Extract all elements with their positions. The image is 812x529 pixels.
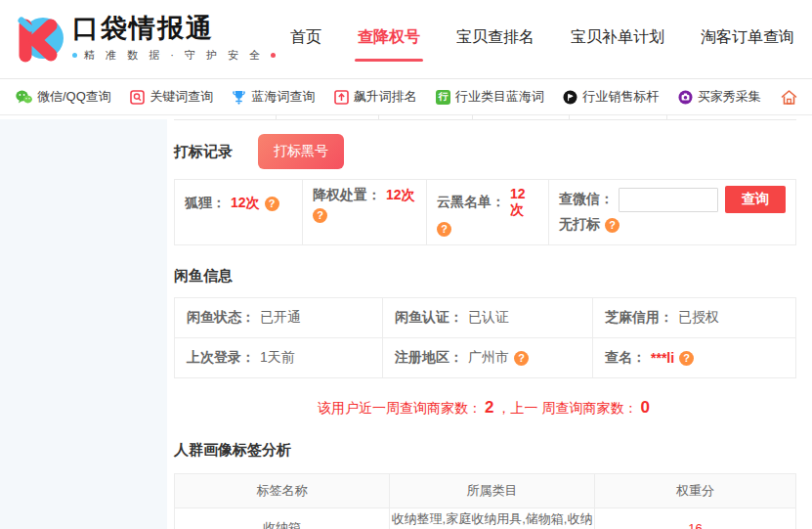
tags-table-header: 标签名称 所属类目 权重分 <box>175 474 795 507</box>
tab-supplement-plan[interactable]: 宝贝补单计划 <box>571 22 664 58</box>
xianyu-section-title: 闲鱼信息 <box>174 267 796 286</box>
this-week-count: 2 <box>482 398 496 417</box>
tab-item-rank[interactable]: 宝贝查排名 <box>456 22 534 58</box>
marking-section-title: 打标记录 <box>174 143 233 161</box>
tagline-dot-blue-icon <box>72 53 77 58</box>
last-week-count: 0 <box>637 398 652 417</box>
demote-count: 12次 <box>386 187 415 204</box>
help-icon[interactable]: ? <box>265 197 279 211</box>
xianyu-status-cell: 闲鱼状态： 已开通 <box>175 298 382 337</box>
brand-name: 口袋情报通 <box>72 16 276 42</box>
zhima-credit-label: 芝麻信用： <box>605 309 673 327</box>
brand-tagline: 精 准 数 据 · 守 护 安 全 <box>72 48 276 63</box>
xianyu-status-label: 闲鱼状态： <box>187 309 255 327</box>
home-icon[interactable] <box>780 88 798 106</box>
col-header-tag-name: 标签名称 <box>175 474 389 507</box>
tagline-dot-red-icon <box>271 53 276 58</box>
help-icon[interactable]: ? <box>514 351 529 366</box>
register-region-label: 注册地区： <box>395 349 463 367</box>
fox-count: 12次 <box>231 195 260 212</box>
last-login-value: 1天前 <box>260 349 295 367</box>
wechat-check-input[interactable] <box>619 188 718 212</box>
check-name-label: 查名： <box>605 349 646 367</box>
register-region-value: 广州市 <box>468 349 509 367</box>
xianyu-auth-cell: 闲鱼认证： 已认证 <box>382 298 592 337</box>
check-name-cell: 查名： ***li ? <box>592 338 795 377</box>
demote-cell: 降权处置： 12次 ? <box>302 180 426 244</box>
brand-logo-icon <box>10 12 64 66</box>
fox-cell: 狐狸： 12次 ? <box>175 180 302 244</box>
tag-name-cell: 收纳箱 <box>175 508 389 529</box>
main-content: 打标记录 打标黑号 狐狸： 12次 ? 降权处置： 12次 ? 云黑名 <box>167 115 812 529</box>
help-icon[interactable]: ? <box>437 222 451 237</box>
brand-logo[interactable]: 口袋情报通 精 准 数 据 · 守 护 安 全 <box>10 12 276 66</box>
marking-table: 狐狸： 12次 ? 降权处置： 12次 ? 云黑名单： 12次 ? <box>174 179 796 245</box>
tool-label: 飙升词排名 <box>354 88 417 106</box>
query-button[interactable]: 查询 <box>725 186 786 213</box>
arrow-up-box-icon <box>334 90 349 105</box>
tool-industry-benchmark[interactable]: 行业销售标杆 <box>563 88 659 106</box>
industry-badge-icon: 行 <box>436 90 450 105</box>
cutoff-table-edge <box>174 115 796 120</box>
col-header-category: 所属类目 <box>389 474 594 507</box>
xianyu-info-table: 闲鱼状态： 已开通 闲鱼认证： 已认证 芝麻信用： 已授权 上次登录： 1天前 <box>174 297 796 378</box>
help-icon[interactable]: ? <box>605 218 620 233</box>
wechat-check-label: 查微信： <box>559 191 614 208</box>
mark-black-account-button[interactable]: 打标黑号 <box>258 134 344 169</box>
tags-section-title: 人群画像标签分析 <box>174 441 796 460</box>
tab-check-demoted[interactable]: 查降权号 <box>358 22 420 58</box>
zhima-credit-cell: 芝麻信用： 已授权 <box>592 298 795 337</box>
xianyu-auth-label: 闲鱼认证： <box>395 309 463 327</box>
tool-wechat-qq-query[interactable]: 微信/QQ查询 <box>16 88 111 106</box>
tool-rising-words-rank[interactable]: 飙升词排名 <box>334 88 417 106</box>
last-login-label: 上次登录： <box>187 349 255 367</box>
last-week-label: 上一 周查询商家数： <box>511 400 638 416</box>
demote-label: 降权处置： <box>313 187 381 204</box>
wechat-icon <box>16 90 32 105</box>
tool-keyword-query[interactable]: 关键词查询 <box>130 88 213 106</box>
tool-label: 关键词查询 <box>150 88 213 106</box>
stats-separator: ， <box>497 400 511 416</box>
tool-label: 微信/QQ查询 <box>37 88 111 106</box>
top-nav: 首页 查降权号 宝贝查排名 宝贝补单计划 淘客订单查询 <box>290 22 794 58</box>
cloud-blacklist-cell: 云黑名单： 12次 ? <box>426 180 548 244</box>
cloud-blacklist-label: 云黑名单： <box>437 194 505 211</box>
tool-label: 行业销售标杆 <box>582 88 659 106</box>
zhima-credit-value: 已授权 <box>678 309 719 327</box>
camera-icon <box>678 90 693 105</box>
this-week-label: 该用户近一周查询商家数： <box>318 400 482 416</box>
tagline-text: 精 准 数 据 · 守 护 安 全 <box>84 48 264 63</box>
tool-blue-ocean-query[interactable]: 蓝海词查询 <box>232 88 315 106</box>
tool-label: 蓝海词查询 <box>251 88 315 106</box>
app-header: 口袋情报通 精 准 数 据 · 守 护 安 全 首页 查降权号 宝贝查排名 宝贝… <box>0 0 812 79</box>
fox-label: 狐狸： <box>185 195 226 212</box>
keyword-search-icon <box>130 90 145 105</box>
wechat-check-cell: 查微信： 查询 无打标 ? <box>548 180 795 244</box>
xianyu-auth-value: 已认证 <box>468 309 509 327</box>
tool-industry-blue-ocean[interactable]: 行 行业类目蓝海词 <box>436 88 544 106</box>
table-row: 收纳箱 收纳整理,家庭收纳用具,储物箱,收纳箱 16 <box>175 507 795 529</box>
benchmark-flag-icon <box>563 90 577 105</box>
tab-home[interactable]: 首页 <box>290 22 321 58</box>
col-header-weight: 权重分 <box>594 474 795 507</box>
category-cell: 收纳整理,家庭收纳用具,储物箱,收纳箱 <box>389 508 594 529</box>
xianyu-status-value: 已开通 <box>260 309 301 327</box>
help-icon[interactable]: ? <box>313 208 327 223</box>
last-login-cell: 上次登录： 1天前 <box>175 338 382 377</box>
check-name-value: ***li <box>651 350 674 366</box>
no-mark-label: 无打标 <box>559 216 600 234</box>
tags-table: 标签名称 所属类目 权重分 收纳箱 收纳整理,家庭收纳用具,储物箱,收纳箱 16 <box>174 473 796 529</box>
weight-cell: 16 <box>594 508 795 529</box>
tool-label: 行业类目蓝海词 <box>455 88 544 106</box>
tab-taoke-orders[interactable]: 淘客订单查询 <box>701 22 794 58</box>
tool-nav: 微信/QQ查询 关键词查询 蓝海词查询 <box>0 79 812 115</box>
weekly-query-stats: 该用户近一周查询商家数：2，上一 周查询商家数：0 <box>174 398 796 418</box>
register-region-cell: 注册地区： 广州市 ? <box>382 338 592 377</box>
tool-label: 买家秀采集 <box>698 88 761 106</box>
help-icon[interactable]: ? <box>679 351 694 366</box>
cloud-blacklist-count: 12次 <box>510 186 538 219</box>
tool-buyer-show-collect[interactable]: 买家秀采集 <box>678 88 761 106</box>
left-sidebar <box>0 119 167 529</box>
trophy-icon <box>232 90 246 105</box>
